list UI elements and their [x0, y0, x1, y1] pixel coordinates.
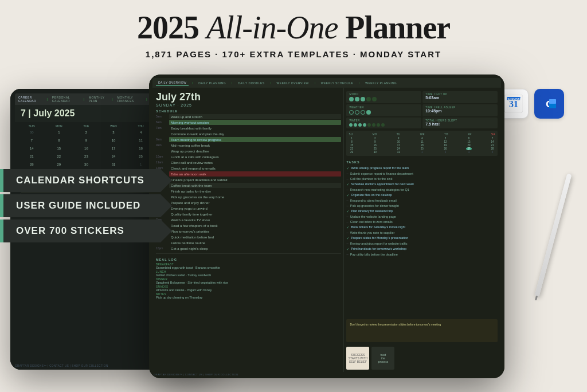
- schedule-item: 8pm Read a few chapters of a book: [156, 223, 341, 228]
- weather-circle: [349, 110, 354, 115]
- task-item: ✓ Prepare slides for Monday's presentati…: [346, 235, 498, 241]
- mood-circle: [349, 97, 354, 101]
- task-item: – Call the plumber to fix the sink: [346, 176, 498, 181]
- time-got-up-metric: TIME I GOT UP 5:03am: [422, 91, 498, 103]
- mood-metric: MOOD: [346, 91, 421, 103]
- task-item: – Pay utility bills before the deadline: [346, 252, 498, 257]
- water-drop: [363, 123, 366, 127]
- schedule-item: 5am Wake up and stretch: [156, 114, 341, 119]
- task-item: ✓ Write weekly progress report for the t…: [346, 165, 498, 171]
- svg-rect-7: [549, 99, 556, 104]
- schedule-item: 11am Client call and review notes: [156, 160, 341, 165]
- sticker-2: trusttheprocess: [371, 347, 394, 370]
- feature-user-guide: USER GUIDE INCLUDED: [0, 194, 172, 217]
- schedule-item: Commute to work and plan the day: [156, 131, 341, 136]
- header: 2025 All-in-One Planner 1,871 PAGES · 17…: [0, 10, 587, 59]
- weather-metric: WEATHER: [346, 104, 421, 116]
- task-item: – Respond to client feedback email: [346, 198, 498, 203]
- schedule-item: 3pm Prepare and enjoy dinner: [156, 200, 341, 205]
- tab-monthly-plan[interactable]: MONTHLY PLAN: [89, 96, 107, 103]
- meal-section: MEAL LOG BREAKFAST Scrambled eggs with t…: [156, 253, 341, 300]
- schedule-item: 1pm Take an afternoon walk: [156, 171, 341, 177]
- weather-circle: [361, 110, 365, 115]
- sticker-1: SUCCESSSTARTS WITHSELF BELIEF: [346, 347, 369, 370]
- weather-circle: [355, 110, 359, 115]
- schedule-item: Finish up tasks for the day: [156, 189, 341, 194]
- header-subtitle: 1,871 PAGES · 170+ EXTRA TEMPLATES · MON…: [0, 49, 587, 59]
- total-sleep-metric: TOTAL HOURS SLEPT 7.5 hrs!: [422, 117, 498, 128]
- task-item: ✓ Print handouts for tomorrow's workshop: [346, 246, 498, 252]
- schedule-item: Wrap up project deadline: [156, 148, 341, 154]
- rt-tab-weekly-schedule[interactable]: WEEKLY SCHEDULE: [319, 80, 356, 86]
- right-tablet: DAILY OVERVIEW | DAILY PLANNING | DAILY …: [149, 75, 504, 378]
- tab-monthly-finances[interactable]: MONTHLY FINANCES: [118, 96, 142, 103]
- task-item: ✓ Plan itinerary for weekend trip: [346, 208, 498, 214]
- schedule-item: Pick up groceries on the way home: [156, 194, 341, 199]
- schedule-item: 7pm Watch a favorite TV show: [156, 217, 341, 222]
- mood-circle: [361, 97, 365, 101]
- water-drop: [358, 123, 362, 127]
- schedule-item: 6am Morning workout session: [156, 120, 341, 125]
- feature-calendar-shortcuts: CALENDAR SHORTCUTS: [0, 169, 172, 192]
- schedule-item: 12pm Check and respond to emails: [156, 166, 341, 171]
- task-item: ✓ Organize files on the desktop: [346, 192, 498, 198]
- schedule-item: 8am Team meeting to review progress: [156, 137, 341, 142]
- time-asleep-metric: TIME I FELL ASLEEP 10:45pm: [422, 104, 498, 116]
- schedule-item: Follow bedtime routine: [156, 240, 341, 245]
- schedule-item: Evening yoga to unwind: [156, 206, 341, 211]
- water-drop: [354, 123, 357, 127]
- rt-tab-daily-doodles[interactable]: DAILY DOODLES: [236, 80, 267, 86]
- task-item: – Pick up groceries for dinner tonight: [346, 203, 498, 208]
- water-drop: [381, 123, 385, 127]
- sticker-area: SUCCESSSTARTS WITHSELF BELIEF trustthepr…: [346, 347, 498, 370]
- page-title: 2025 All-in-One Planner: [0, 10, 587, 46]
- tab-career-calendar[interactable]: CAREER CALENDAR: [18, 96, 42, 103]
- mood-circle: [355, 97, 359, 101]
- schedule-item: 9am Mid-morning coffee break: [156, 143, 341, 148]
- tab-personal-calendar[interactable]: PERSONAL CALENDAR: [52, 96, 79, 103]
- water-metric: WATER: [346, 117, 421, 128]
- schedule-item: Finalize project deadlines and submit: [156, 177, 341, 182]
- schedule-item: 9pm Quick meditation before bed: [156, 234, 341, 240]
- schedule-section: July 27th SUNDAY · 2025 SCHEDULE 5am Wak…: [152, 88, 344, 372]
- daily-day: SUNDAY · 2025: [156, 103, 341, 107]
- water-drop: [377, 123, 380, 127]
- mood-circle: [372, 97, 377, 101]
- rt-tab-daily-planning[interactable]: DAILY PLANNING: [196, 80, 228, 86]
- task-item: – Submit expense report to finance depar…: [346, 171, 498, 176]
- task-item: – Clean out inbox to zero emails: [346, 219, 498, 224]
- tasks-section: TASKS ✓ Write weekly progress report for…: [346, 158, 498, 315]
- schedule-item: Quality family time together: [156, 211, 341, 217]
- task-item: ✓ Book tickets for Saturday's movie nigh…: [346, 224, 498, 230]
- task-item: – Update the website landing page: [346, 214, 498, 219]
- svg-text:CALENDAR: CALENDAR: [506, 97, 522, 101]
- daily-metrics: MOOD TIME I GOT UP 5:03am: [346, 91, 498, 128]
- outlook-icon: o: [534, 89, 564, 119]
- right-tablet-content: July 27th SUNDAY · 2025 SCHEDULE 5am Wak…: [152, 88, 501, 372]
- feature-stickers: OVER 700 STICKERS: [0, 219, 172, 242]
- svg-text:31: 31: [509, 99, 518, 109]
- task-item: – Write thank-you note to supplier: [346, 230, 498, 235]
- daily-date: July 27th: [156, 91, 341, 103]
- water-drop: [367, 123, 371, 127]
- schedule-label: SCHEDULE: [156, 109, 341, 113]
- rt-tab-weekly-overview[interactable]: WEEKLY OVERVIEW: [275, 80, 311, 86]
- task-item: – Research new marketing strategies for …: [346, 187, 498, 192]
- rt-tab-daily-overview[interactable]: DAILY OVERVIEW: [156, 80, 189, 86]
- schedule-item: 10pm Get a good night's sleep: [156, 246, 341, 251]
- water-drop: [372, 123, 375, 127]
- task-item: – Review analytics report for website tr…: [346, 241, 498, 246]
- mini-calendar: SU MO TU WE TH FR SA 1 2 3 4 5 6: [346, 131, 498, 156]
- right-tablet-top-bar: DAILY OVERVIEW | DAILY PLANNING | DAILY …: [152, 78, 501, 88]
- water-drop: [349, 123, 353, 127]
- metrics-tasks-section: MOOD TIME I GOT UP 5:03am: [344, 88, 501, 372]
- sticky-note-area: Don't forget to review the presentation …: [346, 319, 498, 342]
- rt-tab-weekly-planning[interactable]: WEEKLY PLANNING: [363, 80, 399, 86]
- mood-circle: [366, 97, 371, 101]
- schedule-item: 10am Lunch at a cafe with colleagues: [156, 154, 341, 159]
- schedule-item: 7am Enjoy breakfast with family: [156, 126, 341, 131]
- schedule-item: 2pm Coffee break with the team: [156, 183, 341, 188]
- schedule-list: 5am Wake up and stretch 6am Morning work…: [156, 114, 341, 251]
- task-item: ✓ Schedule doctor's appointment for next…: [346, 181, 498, 187]
- schedule-item: Plan tomorrow's priorities: [156, 229, 341, 234]
